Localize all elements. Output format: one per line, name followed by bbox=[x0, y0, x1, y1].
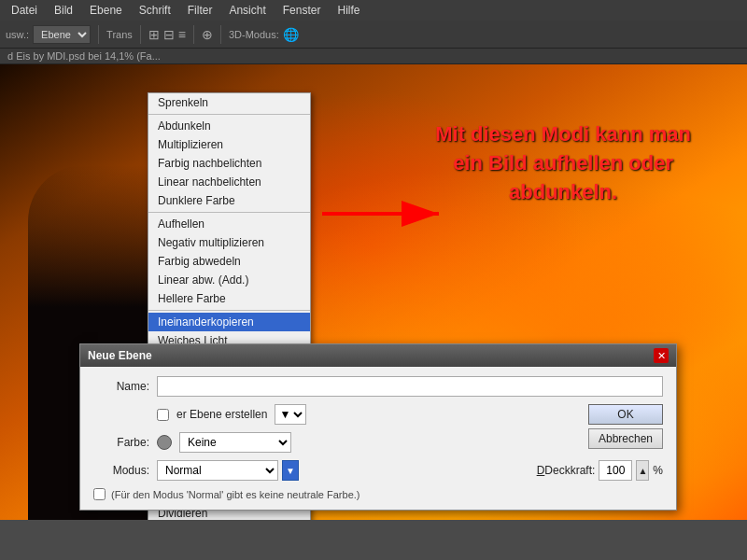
opacity-unit: % bbox=[653, 464, 663, 477]
mode-opacity-row: Modus: Normal ▼ DDeckkraft: ▲ % bbox=[93, 460, 663, 481]
dropdown-separator-3 bbox=[148, 310, 310, 311]
clip-row: er Ebene erstellen ▼ bbox=[157, 404, 663, 425]
dropdown-item-hellere-farbe[interactable]: Hellere Farbe bbox=[148, 289, 310, 308]
toolbar: usw.: Ebene Trans ⊞ ⊟ ≡ ⊕ 3D-Modus: 🌐 bbox=[0, 21, 747, 49]
name-row: Name: bbox=[93, 376, 663, 397]
menu-ebene[interactable]: Ebene bbox=[82, 2, 130, 19]
dropdown-item-farbig-abwedeln[interactable]: Farbig abwedeln bbox=[148, 252, 310, 271]
toolbar-3d-label: 3D-Modus: bbox=[229, 29, 279, 40]
menu-filter[interactable]: Filter bbox=[180, 2, 220, 19]
neutral-fill-checkbox[interactable] bbox=[93, 488, 106, 500]
toolbar-separator-4 bbox=[220, 25, 221, 44]
neue-ebene-dialog: Neue Ebene ✕ OK Abbrechen Name: er Ebene… bbox=[79, 343, 677, 511]
color-label: Farbe: bbox=[93, 436, 149, 449]
name-input[interactable] bbox=[157, 376, 663, 397]
menu-fenster[interactable]: Fenster bbox=[275, 2, 329, 19]
color-indicator bbox=[157, 435, 172, 450]
canvas-area: Mit diesen Modi kann man ein Bild aufhel… bbox=[0, 64, 747, 520]
color-row: Farbe: Keine Rot Orange Gelb Grün Blau V… bbox=[93, 432, 663, 453]
menu-datei[interactable]: Datei bbox=[4, 2, 45, 19]
dropdown-item-dunklere-farbe[interactable]: Dunklere Farbe bbox=[148, 191, 310, 210]
align2-icon: ⊟ bbox=[163, 27, 175, 42]
dialog-body: OK Abbrechen Name: er Ebene erstellen ▼ … bbox=[80, 367, 676, 510]
opacity-label: DDeckkraft: bbox=[537, 464, 596, 477]
opacity-increment-button[interactable]: ▲ bbox=[636, 460, 649, 481]
dialog-title: Neue Ebene bbox=[88, 349, 152, 362]
dialog-titlebar: Neue Ebene ✕ bbox=[80, 344, 676, 367]
dropdown-item-linear-nachbelichten[interactable]: Linear nachbelichten bbox=[148, 173, 310, 191]
mode-select-wrap: Normal ▼ bbox=[157, 460, 299, 481]
mode-dropdown-button[interactable]: ▼ bbox=[282, 460, 299, 481]
align-icon: ⊞ bbox=[148, 27, 160, 42]
dialog-action-buttons: OK Abbrechen bbox=[588, 404, 663, 449]
dialog-close-button[interactable]: ✕ bbox=[654, 348, 669, 363]
menubar: Datei Bild Ebene Schrift Filter Ansicht … bbox=[0, 0, 747, 21]
toolbar-usw-label: usw.: bbox=[6, 29, 29, 40]
opacity-input[interactable] bbox=[599, 460, 632, 481]
name-label: Name: bbox=[93, 380, 149, 393]
doc-title: d Eis by MDI.psd bei 14,1% (Fa... bbox=[0, 49, 747, 64]
toolbar-layer-select[interactable]: Ebene bbox=[33, 25, 91, 44]
toolbar-separator-3 bbox=[193, 25, 194, 44]
toolbar-trans-label: Trans bbox=[106, 29, 133, 40]
dropdown-item-farbig-nachbelichten[interactable]: Farbig nachbelichten bbox=[148, 154, 310, 173]
dialog-hint: (Für den Modus 'Normal' gibt es keine ne… bbox=[111, 489, 360, 500]
distribute-icon: ⊕ bbox=[202, 27, 213, 42]
clip-select[interactable]: ▼ bbox=[275, 404, 306, 425]
align3-icon: ≡ bbox=[178, 27, 186, 42]
red-arrow bbox=[317, 195, 448, 232]
dropdown-item-aufhellen[interactable]: Aufhellen bbox=[148, 215, 310, 233]
menu-schrift[interactable]: Schrift bbox=[132, 2, 178, 19]
dropdown-item-negativ-multiplizieren[interactable]: Negativ multiplizieren bbox=[148, 233, 310, 252]
ok-button[interactable]: OK bbox=[588, 404, 663, 425]
dropdown-separator-1 bbox=[148, 114, 310, 115]
annotation-text: Mit diesen Modi kann man ein Bild aufhel… bbox=[435, 120, 691, 206]
opacity-wrap: DDeckkraft: ▲ % bbox=[537, 460, 663, 481]
dropdown-separator-2 bbox=[148, 212, 310, 213]
menu-bild[interactable]: Bild bbox=[47, 2, 80, 19]
mode-select[interactable]: Normal bbox=[157, 460, 278, 481]
mode-label: Modus: bbox=[93, 464, 149, 477]
clip-label: er Ebene erstellen bbox=[176, 408, 267, 421]
menu-hilfe[interactable]: Hilfe bbox=[330, 2, 367, 19]
menu-ansicht[interactable]: Ansicht bbox=[221, 2, 273, 19]
cancel-button[interactable]: Abbrechen bbox=[588, 428, 663, 449]
toolbar-separator-2 bbox=[140, 25, 141, 44]
toolbar-separator bbox=[98, 25, 99, 44]
dropdown-item-abdunkeln[interactable]: Abdunkeln bbox=[148, 117, 310, 135]
dropdown-item-linear-abw[interactable]: Linear abw. (Add.) bbox=[148, 271, 310, 289]
clip-checkbox[interactable] bbox=[157, 409, 169, 421]
dropdown-item-multiplizieren[interactable]: Multiplizieren bbox=[148, 135, 310, 154]
view3d-icon: 🌐 bbox=[283, 27, 299, 42]
hint-row: (Für den Modus 'Normal' gibt es keine ne… bbox=[93, 488, 663, 500]
color-select[interactable]: Keine Rot Orange Gelb Grün Blau Violett … bbox=[179, 432, 291, 453]
dropdown-item-ineinanderkopieren[interactable]: Ineinanderkopieren bbox=[148, 313, 310, 331]
dropdown-item-sprenkeln[interactable]: Sprenkeln bbox=[148, 93, 310, 112]
